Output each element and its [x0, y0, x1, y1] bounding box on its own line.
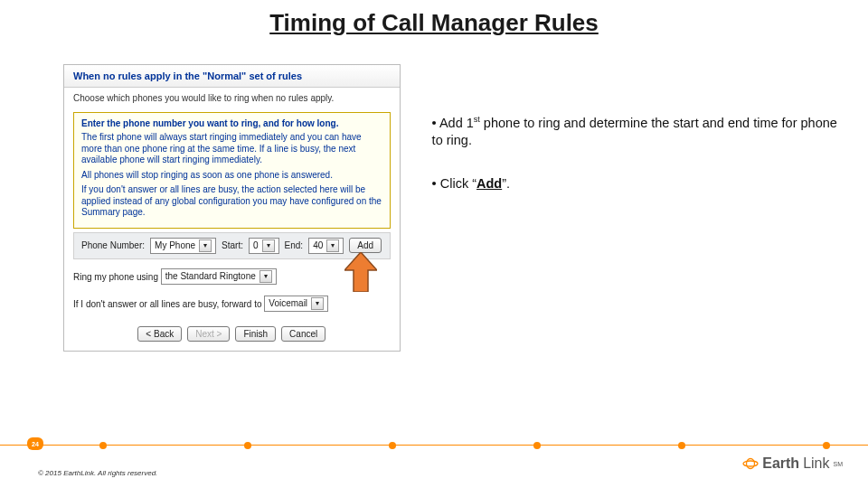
phone-select[interactable]: My Phone ▾ [150, 238, 216, 254]
chevron-down-icon: ▾ [262, 239, 275, 252]
globe-icon [742, 457, 759, 470]
cancel-button[interactable]: Cancel [281, 326, 326, 342]
forward-prefix: If I don't answer or all lines are busy,… [73, 298, 262, 308]
info-box: Enter the phone number you want to ring,… [73, 112, 391, 229]
slide-title: Timing of Call Manager Rules [0, 0, 868, 37]
info-box-p2: All phones will stop ringing as soon as … [81, 170, 382, 182]
next-button[interactable]: Next > [187, 326, 230, 342]
end-value: 40 [313, 240, 323, 250]
svg-point-2 [747, 459, 755, 469]
brand-sm: SM [834, 461, 844, 467]
svg-marker-0 [344, 252, 377, 292]
brand-text-b: Link [803, 455, 829, 472]
footer-divider [0, 445, 868, 446]
main-content: When no rules apply in the "Normal" set … [0, 37, 868, 352]
wizard-buttons: < Back Next > Finish Cancel [64, 317, 400, 351]
forward-select[interactable]: Voicemail ▾ [264, 296, 328, 312]
end-label: End: [285, 240, 304, 250]
chevron-down-icon: ▾ [326, 239, 339, 252]
panel-header: When no rules apply in the "Normal" set … [64, 65, 400, 88]
back-button[interactable]: < Back [137, 326, 182, 342]
bullet-1: Add 1st phone to ring and determine the … [432, 114, 850, 150]
callout-arrow-icon [344, 252, 377, 292]
start-label: Start: [222, 240, 243, 250]
panel-subtext: Choose which phones you would like to ri… [64, 88, 400, 108]
phone-select-value: My Phone [155, 240, 195, 250]
slide-number: 24 [27, 437, 43, 450]
info-box-p3: If you don't answer or all lines are bus… [81, 184, 382, 219]
add-button[interactable]: Add [349, 238, 382, 253]
ringtone-value: the Standard Ringtone [165, 271, 256, 281]
end-select[interactable]: 40 ▾ [308, 238, 344, 254]
chevron-down-icon: ▾ [259, 270, 272, 283]
info-box-p1: The first phone will always start ringin… [81, 132, 382, 166]
svg-point-1 [743, 461, 758, 466]
ringtone-select[interactable]: the Standard Ringtone ▾ [161, 268, 277, 285]
finish-button[interactable]: Finish [235, 326, 276, 342]
phone-row: Phone Number: My Phone ▾ Start: 0 ▾ End:… [73, 232, 391, 259]
chevron-down-icon: ▾ [199, 239, 212, 252]
forward-line: If I don't answer or all lines are busy,… [64, 290, 400, 317]
info-box-title: Enter the phone number you want to ring,… [81, 118, 382, 128]
brand-text-a: Earth [762, 455, 799, 472]
bullet-list: Add 1st phone to ring and determine the … [432, 114, 850, 352]
start-value: 0 [253, 240, 259, 250]
ringtone-prefix: Ring my phone using [73, 271, 158, 281]
brand-logo: EarthLinkSM [742, 455, 843, 472]
app-screenshot: When no rules apply in the "Normal" set … [63, 64, 401, 352]
bullet-2: Click “Add”. [432, 175, 850, 193]
forward-value: Voicemail [269, 298, 307, 308]
phone-label: Phone Number: [81, 240, 145, 250]
chevron-down-icon: ▾ [311, 297, 324, 310]
start-select[interactable]: 0 ▾ [249, 238, 279, 254]
copyright-text: © 2015 EarthLink. All rights reserved. [38, 469, 157, 477]
